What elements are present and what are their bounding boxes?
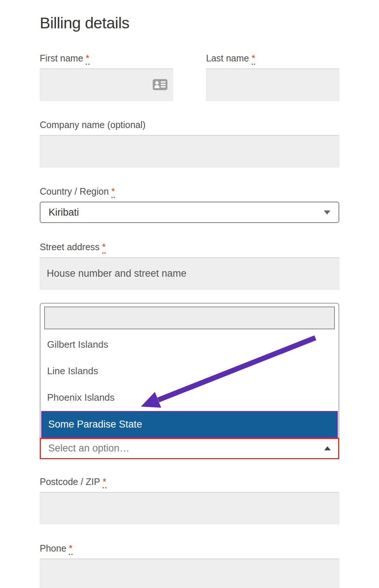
state-select-placeholder: Select an option…: [48, 443, 130, 454]
required-asterisk: *: [252, 53, 255, 65]
last-name-input[interactable]: [206, 68, 339, 101]
postcode-group: Postcode / ZIP*: [40, 476, 339, 524]
name-row: First name* Last name*: [40, 53, 339, 101]
phone-label: Phone*: [40, 543, 339, 554]
country-select-value: Kiribati: [49, 207, 79, 218]
page-title: Billing details: [40, 14, 339, 32]
state-option[interactable]: Phoenix Islands: [40, 385, 339, 411]
last-name-label: Last name*: [206, 53, 339, 64]
street-address-label: Street address*: [40, 241, 339, 252]
postcode-input[interactable]: [40, 492, 339, 524]
company-group: Company name (optional): [40, 119, 339, 167]
required-asterisk: *: [102, 242, 106, 254]
chevron-down-icon: [324, 210, 330, 215]
country-group: Country / Region* Kiribati: [40, 186, 339, 223]
country-select[interactable]: Kiribati: [40, 202, 339, 223]
state-option[interactable]: Line Islands: [40, 358, 339, 385]
postcode-label: Postcode / ZIP*: [40, 476, 339, 487]
required-asterisk: *: [86, 53, 89, 65]
required-asterisk: *: [111, 186, 115, 198]
required-asterisk: *: [69, 543, 72, 555]
state-select-control[interactable]: Select an option…: [40, 438, 339, 459]
state-option[interactable]: Gilbert Islands: [40, 332, 339, 358]
street-address-input[interactable]: [40, 257, 339, 290]
first-name-label: First name*: [40, 53, 173, 64]
street-address-group: Street address*: [40, 241, 339, 290]
first-name-group: First name*: [40, 53, 173, 101]
company-label: Company name (optional): [40, 119, 339, 130]
billing-form: Billing details First name* Last name*: [0, 0, 379, 588]
contact-card-icon[interactable]: [152, 79, 168, 91]
company-input[interactable]: [40, 135, 339, 167]
state-dropdown-panel: Gilbert Islands Line Islands Phoenix Isl…: [40, 303, 339, 438]
phone-group: Phone*: [40, 543, 339, 588]
state-option-highlighted[interactable]: Some Paradise State: [41, 411, 338, 438]
required-asterisk: *: [103, 477, 106, 488]
country-label: Country / Region*: [40, 186, 339, 197]
state-search-input[interactable]: [44, 307, 335, 329]
chevron-up-icon: [324, 446, 331, 450]
phone-input[interactable]: [40, 559, 339, 588]
last-name-group: Last name*: [206, 53, 339, 101]
